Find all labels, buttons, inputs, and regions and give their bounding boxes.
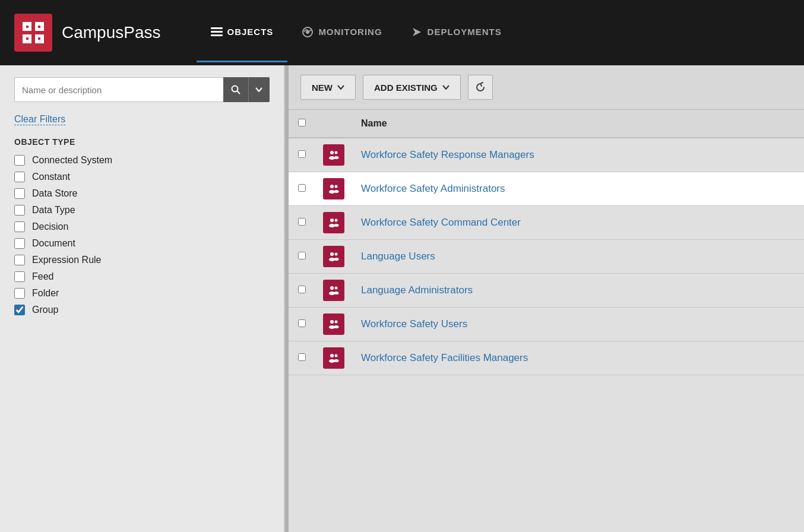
- svg-rect-7: [38, 37, 40, 40]
- row-icon-cell: [318, 308, 352, 341]
- filter-checkbox-folder[interactable]: [14, 288, 25, 299]
- row-icon-cell: [318, 341, 352, 375]
- row-checkbox[interactable]: [298, 286, 306, 293]
- row-checkbox-cell[interactable]: [289, 206, 318, 240]
- filter-item-decision[interactable]: Decision: [14, 221, 270, 232]
- users-icon: [327, 148, 340, 162]
- row-checkbox-cell[interactable]: [289, 308, 318, 341]
- filter-checkbox-document[interactable]: [14, 238, 25, 249]
- row-checkbox-cell[interactable]: [289, 172, 318, 206]
- filter-item-data-store[interactable]: Data Store: [14, 188, 270, 199]
- row-checkbox[interactable]: [298, 353, 306, 361]
- svg-point-39: [329, 325, 335, 329]
- row-name-cell[interactable]: Workforce Safety Users: [352, 308, 804, 341]
- svg-point-29: [330, 252, 334, 256]
- nav-monitoring[interactable]: MONITORING: [287, 4, 396, 62]
- row-checkbox[interactable]: [298, 184, 306, 192]
- search-button[interactable]: [223, 77, 248, 102]
- filter-checkbox-group[interactable]: [14, 305, 25, 315]
- table-row[interactable]: Workforce Safety Facilities Managers: [289, 341, 804, 375]
- svg-point-40: [334, 325, 339, 328]
- clear-filters-link[interactable]: Clear Filters: [14, 114, 65, 125]
- users-icon: [327, 284, 340, 297]
- filter-checkbox-data-store[interactable]: [14, 188, 25, 199]
- search-row: [14, 77, 270, 102]
- filter-item-feed[interactable]: Feed: [14, 271, 270, 282]
- filter-checkbox-connected-system[interactable]: [14, 155, 25, 166]
- object-name-link[interactable]: Workforce Safety Administrators: [361, 183, 505, 194]
- row-name-cell[interactable]: Language Users: [352, 240, 804, 274]
- row-icon-cell: [318, 206, 352, 240]
- object-name-link[interactable]: Workforce Safety Users: [361, 318, 467, 330]
- filter-checkbox-expression-rule[interactable]: [14, 255, 25, 265]
- row-name-cell[interactable]: Workforce Safety Administrators: [352, 172, 804, 206]
- object-name-link[interactable]: Language Administrators: [361, 284, 473, 296]
- row-checkbox[interactable]: [298, 150, 306, 158]
- filter-label-constant: Constant: [32, 172, 70, 182]
- row-name-cell[interactable]: Workforce Safety Facilities Managers: [352, 341, 804, 375]
- row-name-cell[interactable]: Workforce Safety Response Managers: [352, 138, 804, 172]
- filter-label-document: Document: [32, 238, 75, 249]
- svg-point-23: [329, 190, 335, 194]
- filter-label-decision: Decision: [32, 221, 68, 232]
- filter-label-connected-system: Connected System: [32, 155, 112, 166]
- svg-marker-14: [413, 28, 421, 36]
- object-name-link[interactable]: Workforce Safety Facilities Managers: [361, 352, 528, 363]
- row-checkbox[interactable]: [298, 319, 306, 327]
- group-type-icon: [323, 347, 344, 369]
- object-name-link[interactable]: Workforce Safety Response Managers: [361, 149, 534, 160]
- row-name-cell[interactable]: Language Administrators: [352, 274, 804, 308]
- filter-item-document[interactable]: Document: [14, 238, 270, 249]
- table-row[interactable]: Language Users: [289, 240, 804, 274]
- deployments-icon: [411, 26, 423, 38]
- filter-checkbox-decision[interactable]: [14, 221, 25, 232]
- filter-item-group[interactable]: Group: [14, 305, 270, 315]
- row-checkbox-cell[interactable]: [289, 274, 318, 308]
- table-row[interactable]: Workforce Safety Response Managers: [289, 138, 804, 172]
- filter-item-data-type[interactable]: Data Type: [14, 205, 270, 216]
- svg-rect-8: [211, 27, 223, 29]
- filter-label-feed: Feed: [32, 271, 53, 282]
- filter-checkbox-feed[interactable]: [14, 271, 25, 282]
- svg-point-38: [335, 321, 338, 324]
- filter-checkbox-constant[interactable]: [14, 172, 25, 182]
- table-header-row: Name: [289, 110, 804, 138]
- filter-item-folder[interactable]: Folder: [14, 288, 270, 299]
- new-button[interactable]: NEW: [300, 75, 356, 100]
- search-input[interactable]: [14, 77, 223, 102]
- refresh-button[interactable]: [468, 75, 493, 100]
- select-all-checkbox[interactable]: [298, 119, 306, 126]
- table-row[interactable]: Workforce Safety Administrators: [289, 172, 804, 206]
- filter-label-folder: Folder: [32, 288, 59, 299]
- svg-rect-10: [211, 34, 223, 36]
- object-name-link[interactable]: Workforce Safety Command Center: [361, 217, 521, 228]
- object-name-link[interactable]: Language Users: [361, 251, 435, 262]
- row-checkbox[interactable]: [298, 252, 306, 259]
- row-checkbox-cell[interactable]: [289, 138, 318, 172]
- row-checkbox-cell[interactable]: [289, 240, 318, 274]
- filter-item-connected-system[interactable]: Connected System: [14, 155, 270, 166]
- row-checkbox[interactable]: [298, 218, 306, 226]
- objects-table-container: Name: [289, 110, 804, 532]
- svg-rect-4: [26, 26, 29, 28]
- logo-area: CampusPass: [14, 14, 161, 52]
- nav-objects[interactable]: OBJECTS: [197, 4, 288, 62]
- svg-rect-5: [38, 26, 40, 28]
- search-dropdown-button[interactable]: [248, 77, 270, 102]
- nav-deployments[interactable]: DEPLOYMENTS: [397, 4, 516, 62]
- svg-rect-11: [213, 27, 215, 29]
- add-existing-button[interactable]: ADD EXISTING: [363, 75, 461, 100]
- row-name-cell[interactable]: Workforce Safety Command Center: [352, 206, 804, 240]
- table-row[interactable]: Workforce Safety Command Center: [289, 206, 804, 240]
- table-row[interactable]: Language Administrators: [289, 274, 804, 308]
- filter-checkbox-data-type[interactable]: [14, 205, 25, 216]
- users-icon: [327, 318, 340, 331]
- filter-item-constant[interactable]: Constant: [14, 172, 270, 182]
- filter-label-expression-rule: Expression Rule: [32, 255, 102, 265]
- table-row[interactable]: Workforce Safety Users: [289, 308, 804, 341]
- svg-line-16: [238, 91, 240, 94]
- filter-label-data-store: Data Store: [32, 188, 77, 199]
- filter-item-expression-rule[interactable]: Expression Rule: [14, 255, 270, 265]
- row-checkbox-cell[interactable]: [289, 341, 318, 375]
- objects-icon: [211, 26, 223, 38]
